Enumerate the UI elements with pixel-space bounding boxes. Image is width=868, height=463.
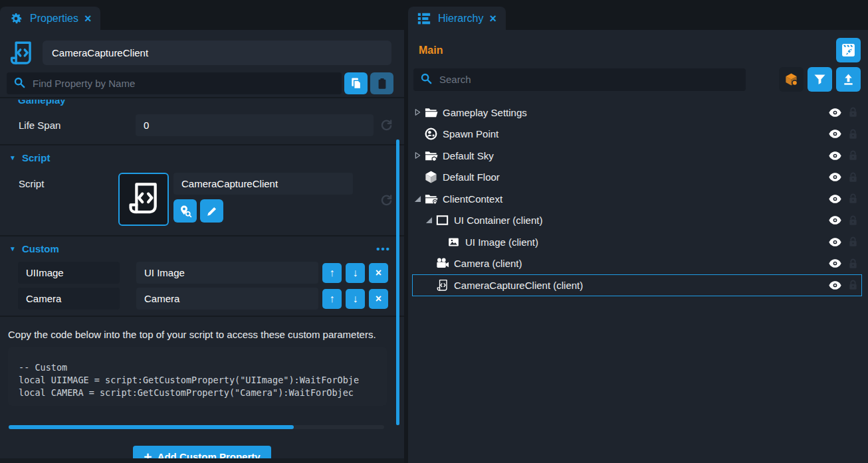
search-icon	[13, 76, 25, 91]
object-name-input[interactable]	[43, 41, 391, 65]
collapse-triangle-icon[interactable]: ▼	[9, 245, 16, 252]
camera-icon	[435, 256, 449, 271]
visibility-eye-icon[interactable]	[826, 195, 844, 203]
reset-icon[interactable]	[379, 193, 393, 207]
templates-button[interactable]	[779, 67, 804, 92]
collapse-triangle-icon[interactable]: ▼	[9, 154, 16, 161]
move-up-button[interactable]: ↑	[322, 263, 342, 283]
panel-bottom-edge	[0, 458, 404, 463]
lock-icon[interactable]	[844, 193, 862, 204]
visibility-eye-icon[interactable]	[826, 130, 844, 138]
edit-script-button[interactable]	[200, 199, 223, 223]
horizontal-scrollbar[interactable]	[9, 425, 384, 429]
tree-row[interactable]: ClientContext	[412, 188, 862, 210]
copy-properties-button[interactable]	[344, 72, 368, 94]
reset-icon[interactable]	[379, 118, 393, 133]
expand-arrow-icon[interactable]	[412, 151, 423, 159]
visibility-eye-icon[interactable]	[826, 259, 844, 268]
script-label: Script	[19, 178, 118, 189]
tree-node-label: UI Container (client)	[454, 215, 826, 226]
life-span-label: Life Span	[19, 120, 136, 131]
cube-icon	[423, 170, 438, 185]
tree-row[interactable]: Camera (client)	[412, 253, 862, 275]
folder-cube-icon	[423, 148, 438, 163]
hierarchy-tabbar: Hierarchy ×	[408, 0, 868, 30]
custom-property-value[interactable]: UI Image	[136, 262, 318, 284]
properties-tabbar: Properties ×	[0, 0, 404, 30]
visibility-eye-icon[interactable]	[826, 151, 844, 160]
gear-icon	[8, 11, 24, 27]
gameplay-section-header: Gameplay	[0, 100, 404, 109]
expand-arrow-icon[interactable]	[423, 217, 435, 224]
paste-properties-button[interactable]	[370, 72, 393, 94]
find-property-input[interactable]	[31, 77, 335, 90]
tree-row[interactable]: Gameplay Settings	[412, 102, 862, 124]
script-small-icon	[435, 278, 449, 292]
find-asset-button[interactable]	[173, 199, 197, 223]
custom-code-snippet[interactable]: -- Custom local UIIMAGE = script:GetCust…	[8, 347, 387, 406]
tree-row[interactable]: Default Sky	[412, 145, 862, 167]
lock-icon[interactable]	[844, 150, 862, 161]
visibility-eye-icon[interactable]	[826, 108, 844, 117]
move-down-button[interactable]: ↓	[346, 263, 365, 283]
custom-section-header[interactable]: ▼ Custom •••	[0, 236, 404, 260]
tab-properties-close-icon[interactable]: ×	[84, 13, 92, 25]
scene-launch-button[interactable]	[836, 38, 861, 62]
tab-properties[interactable]: Properties ×	[0, 7, 100, 30]
visibility-eye-icon[interactable]	[826, 173, 844, 181]
custom-property-row: Camera Camera ↑ ↓ ×	[0, 286, 404, 312]
tree-row[interactable]: Default Floor	[412, 167, 862, 189]
hierarchy-search-field[interactable]	[413, 68, 746, 91]
expand-arrow-icon[interactable]	[412, 195, 423, 203]
lock-icon[interactable]	[844, 215, 862, 226]
tab-hierarchy-close-icon[interactable]: ×	[489, 13, 496, 25]
tab-hierarchy[interactable]: Hierarchy ×	[408, 7, 506, 30]
custom-menu-icon[interactable]: •••	[376, 243, 391, 254]
tree-node-label: Default Floor	[443, 171, 826, 183]
life-span-input[interactable]	[136, 114, 374, 136]
tree-row[interactable]: UI Container (client)	[412, 210, 862, 232]
lock-icon[interactable]	[844, 258, 862, 269]
properties-panel: Properties × Gameplay Life Span	[0, 0, 404, 463]
horizontal-scrollbar-thumb[interactable]	[9, 425, 294, 429]
tree-row[interactable]: UI Image (client)	[412, 231, 862, 253]
find-property-field[interactable]	[7, 72, 342, 94]
custom-property-name: Camera	[18, 288, 120, 310]
custom-property-name: UIImage	[18, 262, 120, 284]
lock-icon[interactable]	[844, 107, 862, 118]
delete-property-button[interactable]: ×	[369, 263, 388, 283]
tree-node-label: Camera (client)	[454, 258, 826, 269]
custom-properties-list: UIImage UI Image ↑ ↓ × Camera Camera ↑ ↓…	[0, 260, 404, 312]
script-section-label: Script	[22, 152, 51, 163]
publish-upload-button[interactable]	[836, 67, 861, 92]
tree-row[interactable]: CameraCaptureClient (client)	[412, 274, 862, 296]
spawn-icon	[423, 127, 438, 141]
vertical-scrollbar[interactable]	[396, 139, 399, 425]
hierarchy-icon	[416, 11, 432, 27]
custom-property-value[interactable]: Camera	[136, 288, 318, 310]
delete-property-button[interactable]: ×	[369, 289, 388, 309]
tree-node-label: CameraCaptureClient (client)	[454, 280, 826, 291]
visibility-eye-icon[interactable]	[826, 216, 844, 225]
tree-row[interactable]: Spawn Point	[412, 124, 862, 145]
move-up-button[interactable]: ↑	[322, 289, 342, 309]
script-asset-thumbnail[interactable]	[118, 173, 169, 226]
filter-button[interactable]	[808, 67, 832, 92]
custom-property-row: UIImage UI Image ↑ ↓ ×	[0, 260, 404, 286]
lock-icon[interactable]	[844, 172, 862, 183]
visibility-eye-icon[interactable]	[826, 281, 844, 290]
script-scroll-icon	[128, 181, 159, 217]
tree-node-label: UI Image (client)	[465, 236, 826, 248]
folder-pin-icon	[423, 191, 438, 206]
custom-section-label: Custom	[22, 243, 59, 254]
lock-icon[interactable]	[844, 236, 862, 247]
move-down-button[interactable]: ↓	[346, 289, 365, 309]
lock-icon[interactable]	[844, 129, 862, 139]
expand-arrow-icon[interactable]	[412, 108, 423, 116]
tab-properties-label: Properties	[30, 13, 78, 25]
hierarchy-search-input[interactable]	[438, 73, 739, 86]
lock-icon[interactable]	[844, 280, 862, 290]
tree-node-label: ClientContext	[443, 193, 826, 205]
visibility-eye-icon[interactable]	[826, 238, 844, 246]
script-section-header[interactable]: ▼ Script	[0, 145, 404, 169]
